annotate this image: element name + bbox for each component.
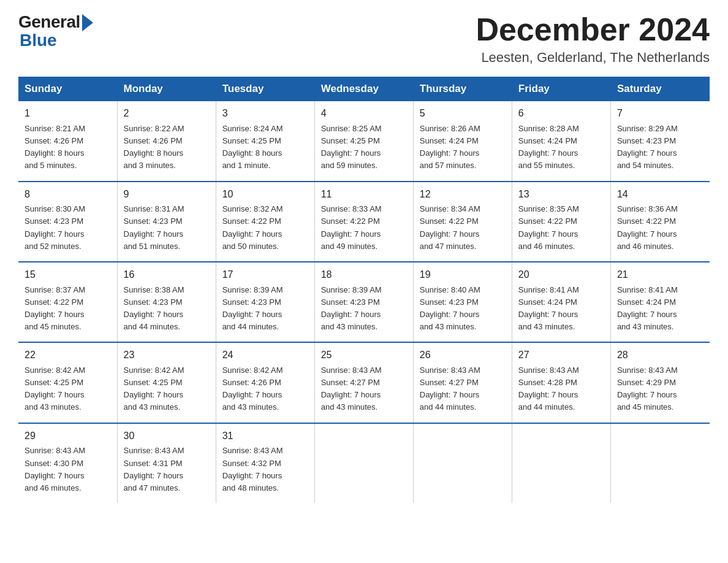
calendar-cell: 20Sunrise: 8:41 AM Sunset: 4:24 PM Dayli… (512, 262, 610, 342)
calendar-cell: 31Sunrise: 8:43 AM Sunset: 4:32 PM Dayli… (216, 423, 314, 503)
calendar-cell: 28Sunrise: 8:43 AM Sunset: 4:29 PM Dayli… (610, 342, 709, 423)
calendar-cell (413, 423, 512, 503)
day-number: 12 (420, 187, 506, 202)
calendar-cell (314, 423, 413, 503)
day-info: Sunrise: 8:32 AM Sunset: 4:22 PM Dayligh… (222, 203, 308, 253)
weekday-header-wednesday: Wednesday (314, 77, 413, 101)
calendar-cell: 17Sunrise: 8:39 AM Sunset: 4:23 PM Dayli… (216, 262, 314, 342)
location-title: Leesten, Gelderland, The Netherlands (476, 50, 710, 66)
day-info: Sunrise: 8:43 AM Sunset: 4:29 PM Dayligh… (617, 364, 703, 414)
day-number: 25 (321, 348, 407, 363)
day-number: 19 (420, 267, 506, 283)
day-number: 22 (25, 348, 111, 363)
day-info: Sunrise: 8:43 AM Sunset: 4:28 PM Dayligh… (518, 364, 604, 414)
day-number: 13 (518, 187, 604, 202)
calendar-cell: 21Sunrise: 8:41 AM Sunset: 4:24 PM Dayli… (610, 262, 709, 342)
weekday-header-tuesday: Tuesday (216, 77, 314, 101)
day-info: Sunrise: 8:39 AM Sunset: 4:23 PM Dayligh… (222, 284, 308, 334)
day-number: 11 (321, 187, 407, 202)
logo-general-text: General (18, 12, 80, 32)
calendar-week-row: 1Sunrise: 8:21 AM Sunset: 4:26 PM Daylig… (18, 101, 710, 181)
weekday-header-saturday: Saturday (610, 77, 709, 101)
day-info: Sunrise: 8:24 AM Sunset: 4:25 PM Dayligh… (222, 123, 308, 172)
day-info: Sunrise: 8:28 AM Sunset: 4:24 PM Dayligh… (518, 123, 604, 172)
logo: General Blue (18, 12, 93, 50)
weekday-header-thursday: Thursday (413, 77, 512, 101)
day-number: 23 (124, 348, 210, 363)
day-info: Sunrise: 8:34 AM Sunset: 4:22 PM Dayligh… (420, 203, 506, 253)
month-title: December 2024 (476, 12, 710, 47)
day-number: 8 (25, 187, 111, 202)
day-info: Sunrise: 8:35 AM Sunset: 4:22 PM Dayligh… (518, 203, 604, 253)
day-number: 28 (617, 348, 703, 363)
day-info: Sunrise: 8:42 AM Sunset: 4:25 PM Dayligh… (25, 364, 111, 414)
day-info: Sunrise: 8:22 AM Sunset: 4:26 PM Dayligh… (124, 123, 210, 172)
day-info: Sunrise: 8:43 AM Sunset: 4:30 PM Dayligh… (25, 445, 111, 494)
day-number: 14 (617, 187, 703, 202)
day-info: Sunrise: 8:41 AM Sunset: 4:24 PM Dayligh… (617, 284, 703, 334)
day-number: 24 (222, 348, 308, 363)
calendar-cell: 1Sunrise: 8:21 AM Sunset: 4:26 PM Daylig… (18, 101, 117, 181)
day-number: 7 (617, 106, 703, 121)
weekday-header-sunday: Sunday (18, 77, 117, 101)
day-info: Sunrise: 8:43 AM Sunset: 4:32 PM Dayligh… (222, 445, 308, 494)
day-info: Sunrise: 8:37 AM Sunset: 4:22 PM Dayligh… (25, 284, 111, 334)
calendar-cell: 30Sunrise: 8:43 AM Sunset: 4:31 PM Dayli… (117, 423, 216, 503)
calendar-cell (512, 423, 610, 503)
day-number: 2 (124, 106, 210, 121)
day-number: 18 (321, 267, 407, 283)
day-info: Sunrise: 8:21 AM Sunset: 4:26 PM Dayligh… (25, 123, 111, 172)
calendar-cell: 18Sunrise: 8:39 AM Sunset: 4:23 PM Dayli… (314, 262, 413, 342)
calendar-header-row: SundayMondayTuesdayWednesdayThursdayFrid… (18, 77, 710, 101)
day-info: Sunrise: 8:38 AM Sunset: 4:23 PM Dayligh… (124, 284, 210, 334)
calendar-cell: 6Sunrise: 8:28 AM Sunset: 4:24 PM Daylig… (512, 101, 610, 181)
day-info: Sunrise: 8:41 AM Sunset: 4:24 PM Dayligh… (518, 284, 604, 334)
day-number: 29 (25, 429, 111, 444)
day-number: 15 (25, 267, 111, 283)
day-number: 1 (25, 106, 111, 121)
day-number: 9 (124, 187, 210, 202)
day-number: 10 (222, 187, 308, 202)
day-number: 30 (124, 429, 210, 444)
day-number: 4 (321, 106, 407, 121)
day-info: Sunrise: 8:43 AM Sunset: 4:27 PM Dayligh… (420, 364, 506, 414)
calendar-cell: 14Sunrise: 8:36 AM Sunset: 4:22 PM Dayli… (610, 182, 709, 262)
calendar-cell: 25Sunrise: 8:43 AM Sunset: 4:27 PM Dayli… (314, 342, 413, 423)
calendar-cell: 15Sunrise: 8:37 AM Sunset: 4:22 PM Dayli… (18, 262, 117, 342)
calendar-week-row: 8Sunrise: 8:30 AM Sunset: 4:23 PM Daylig… (18, 182, 710, 262)
day-info: Sunrise: 8:26 AM Sunset: 4:24 PM Dayligh… (420, 123, 506, 172)
day-info: Sunrise: 8:36 AM Sunset: 4:22 PM Dayligh… (617, 203, 703, 253)
day-info: Sunrise: 8:43 AM Sunset: 4:27 PM Dayligh… (321, 364, 407, 414)
title-area: December 2024 Leesten, Gelderland, The N… (476, 12, 710, 66)
day-number: 5 (420, 106, 506, 121)
calendar-cell: 29Sunrise: 8:43 AM Sunset: 4:30 PM Dayli… (18, 423, 117, 503)
calendar-cell: 13Sunrise: 8:35 AM Sunset: 4:22 PM Dayli… (512, 182, 610, 262)
logo-blue-text: Blue (18, 31, 57, 50)
calendar-week-row: 15Sunrise: 8:37 AM Sunset: 4:22 PM Dayli… (18, 262, 710, 342)
day-number: 20 (518, 267, 604, 283)
header: General Blue December 2024 Leesten, Geld… (18, 12, 710, 66)
day-number: 17 (222, 267, 308, 283)
day-info: Sunrise: 8:25 AM Sunset: 4:25 PM Dayligh… (321, 123, 407, 172)
calendar-cell: 27Sunrise: 8:43 AM Sunset: 4:28 PM Dayli… (512, 342, 610, 423)
calendar-cell: 2Sunrise: 8:22 AM Sunset: 4:26 PM Daylig… (117, 101, 216, 181)
calendar-cell: 23Sunrise: 8:42 AM Sunset: 4:25 PM Dayli… (117, 342, 216, 423)
calendar-week-row: 29Sunrise: 8:43 AM Sunset: 4:30 PM Dayli… (18, 423, 710, 503)
day-info: Sunrise: 8:42 AM Sunset: 4:25 PM Dayligh… (124, 364, 210, 414)
calendar-cell: 7Sunrise: 8:29 AM Sunset: 4:23 PM Daylig… (610, 101, 709, 181)
day-info: Sunrise: 8:31 AM Sunset: 4:23 PM Dayligh… (124, 203, 210, 253)
day-number: 27 (518, 348, 604, 363)
logo-arrow-icon (82, 14, 93, 31)
day-info: Sunrise: 8:30 AM Sunset: 4:23 PM Dayligh… (25, 203, 111, 253)
calendar-cell: 22Sunrise: 8:42 AM Sunset: 4:25 PM Dayli… (18, 342, 117, 423)
calendar-cell: 12Sunrise: 8:34 AM Sunset: 4:22 PM Dayli… (413, 182, 512, 262)
day-number: 6 (518, 106, 604, 121)
day-info: Sunrise: 8:40 AM Sunset: 4:23 PM Dayligh… (420, 284, 506, 334)
calendar-cell: 19Sunrise: 8:40 AM Sunset: 4:23 PM Dayli… (413, 262, 512, 342)
calendar-cell: 11Sunrise: 8:33 AM Sunset: 4:22 PM Dayli… (314, 182, 413, 262)
day-number: 16 (124, 267, 210, 283)
calendar-cell: 10Sunrise: 8:32 AM Sunset: 4:22 PM Dayli… (216, 182, 314, 262)
day-info: Sunrise: 8:33 AM Sunset: 4:22 PM Dayligh… (321, 203, 407, 253)
calendar-cell: 9Sunrise: 8:31 AM Sunset: 4:23 PM Daylig… (117, 182, 216, 262)
day-info: Sunrise: 8:42 AM Sunset: 4:26 PM Dayligh… (222, 364, 308, 414)
